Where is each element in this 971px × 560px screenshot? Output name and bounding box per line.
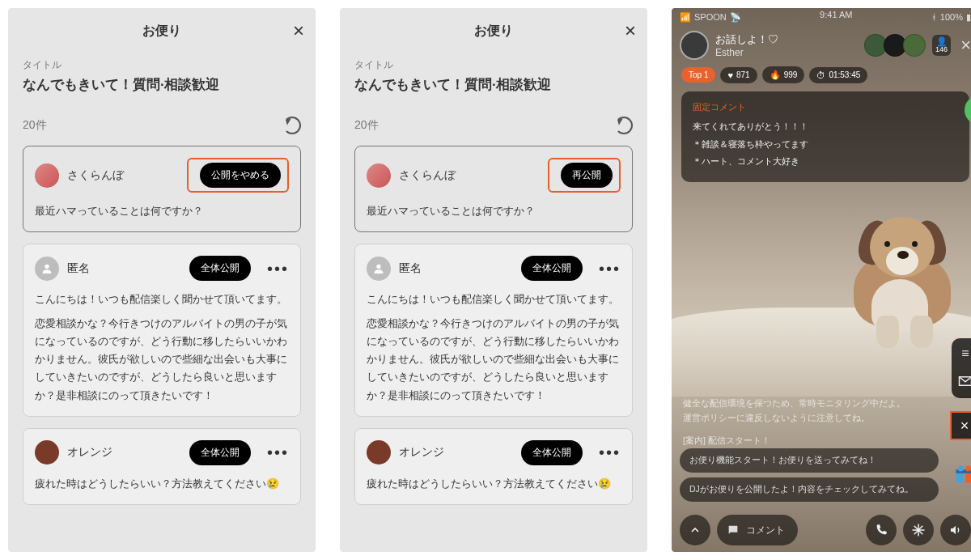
letter-card: 匿名 全体公開 ••• こんにちは！いつも配信楽しく聞かせて頂いてます。 恋愛相… (23, 244, 301, 417)
status-bar: 📶 SPOON 📡 9:41 AM ᚼ 100% ▮ (672, 8, 971, 24)
live-stats-row: Top 1 ♥ 871 🔥 999 ⏱ 01:53:45 (672, 66, 971, 83)
letter-card: さくらんぼ 公開をやめる 最近ハマっていることは何ですか？ (23, 146, 301, 232)
battery-icon: ▮ (966, 12, 971, 23)
publish-all-button[interactable]: 全体公開 (521, 256, 583, 281)
avatar (367, 257, 391, 281)
avatar (35, 257, 59, 281)
avatar (35, 163, 59, 188)
listener-avatars[interactable] (867, 34, 926, 57)
fire-icon: 🔥 (770, 70, 781, 80)
listener-avatar (903, 34, 926, 57)
letter-body: こんにちは！いつも配信楽しく聞かせて頂いてます。 恋愛相談かな？今行きつけのアル… (367, 291, 621, 405)
sender-name: オレンジ (67, 445, 181, 460)
more-icon[interactable]: ••• (267, 444, 289, 460)
title-label: タイトル (354, 58, 633, 72)
bottom-toolbar: コメント (672, 515, 971, 545)
menu-icon[interactable]: ≡ (961, 346, 969, 361)
highlighted-action: 再公開 (548, 158, 621, 193)
sender-name: 匿名 (399, 261, 513, 276)
letter-body: 疲れた時はどうしたらいい？方法教えてください😢 (367, 475, 621, 493)
refresh-icon[interactable] (615, 117, 633, 134)
publish-all-button[interactable]: 全体公開 (189, 440, 251, 465)
screen-live-room: 📶 SPOON 📡 9:41 AM ᚼ 100% ▮ お話しよ！♡ Esther… (672, 8, 971, 552)
duration-badge: ⏱ 01:53:45 (809, 67, 867, 83)
more-icon[interactable]: ••• (267, 261, 289, 277)
sender-name: さくらんぼ (67, 168, 179, 183)
sender-name: さくらんぼ (399, 168, 540, 183)
system-notice: 健全な配信環境を保つため、常時モニタリング中だよ。 運営ポリシーに違反しないよう… (683, 397, 939, 448)
listener-count-badge[interactable]: 👤 146 (932, 35, 951, 56)
battery-pct: 100% (940, 12, 963, 22)
svg-rect-3 (965, 473, 971, 483)
screen-letters-republish: お便り × タイトル なんでもきいて！質問·相談歓迎 20件 さくらんぼ 再公開… (340, 8, 647, 552)
letters-count: 20件 (23, 118, 47, 133)
avatar (35, 440, 59, 465)
mail-icon[interactable] (958, 375, 971, 390)
publish-all-button[interactable]: 全体公開 (521, 440, 583, 465)
republish-button[interactable]: 再公開 (561, 163, 613, 188)
chat-area: お便り機能スタート！お便りを送ってみてね！ DJがお便りを公開したよ！内容をチェ… (680, 448, 939, 502)
letter-card: 匿名 全体公開 ••• こんにちは！いつも配信楽しく聞かせて頂いてます。 恋愛相… (354, 244, 633, 417)
close-icon[interactable]: × (960, 35, 971, 56)
letter-card: さくらんぼ 再公開 最近ハマっていることは何ですか？ (354, 146, 633, 232)
sender-name: オレンジ (399, 445, 513, 460)
more-icon[interactable]: ••• (599, 261, 621, 277)
pinned-comment-box[interactable]: 固定コメント 来てくれてありがとう！！！ ＊雑談＆寝落ち枠やってます ＊ハート、… (681, 91, 969, 182)
letter-card: オレンジ 全体公開 ••• 疲れた時はどうしたらいい？方法教えてください😢 (354, 428, 633, 505)
hearts-badge[interactable]: ♥ 871 (720, 67, 757, 83)
comment-placeholder: コメント (746, 524, 785, 537)
avatar (367, 163, 391, 188)
letters-topic: なんでもきいて！質問·相談歓迎 (23, 75, 301, 94)
carrier-name: SPOON (694, 12, 727, 22)
background-image (672, 194, 971, 397)
bluetooth-icon: ᚼ (931, 12, 937, 22)
pinned-label: 固定コメント (693, 101, 958, 113)
letters-count: 20件 (354, 118, 379, 133)
header-title: お便り (142, 23, 181, 40)
gift-icon[interactable] (953, 463, 971, 486)
svg-point-0 (45, 264, 49, 268)
close-icon[interactable]: × (625, 21, 636, 40)
live-title: お話しよ！♡ (715, 32, 861, 47)
letters-header: お便り × (340, 8, 647, 53)
letter-card: オレンジ 全体公開 ••• 疲れた時はどうしたらいい？方法教えてください😢 (23, 428, 301, 505)
letters-header: お便り × (8, 8, 316, 53)
rank-badge[interactable]: Top 1 (681, 67, 715, 83)
dj-name: Esther (715, 47, 861, 58)
svg-point-5 (958, 466, 964, 472)
close-icon[interactable]: × (293, 21, 304, 40)
close-side-button[interactable]: × (950, 411, 971, 440)
status-time: 9:41 AM (820, 10, 852, 24)
comment-input[interactable]: コメント (717, 515, 798, 545)
svg-point-1 (376, 264, 380, 268)
svg-point-6 (965, 466, 971, 472)
svg-rect-2 (956, 473, 964, 483)
refresh-icon[interactable] (283, 117, 301, 134)
heart-icon: ♥ (727, 70, 733, 80)
sender-name: 匿名 (67, 261, 181, 276)
highlighted-action: 公開をやめる (187, 158, 289, 193)
header-title: お便り (474, 23, 513, 40)
wifi-icon: 📡 (730, 12, 741, 23)
signal-icon: 📶 (680, 12, 691, 23)
unpublish-button[interactable]: 公開をやめる (200, 163, 281, 188)
chat-bubble[interactable]: DJがお便りを公開したよ！内容をチェックしてみてね。 (680, 477, 939, 502)
live-header: お話しよ！♡ Esther 👤 146 × (672, 24, 971, 66)
sound-button[interactable] (940, 515, 971, 545)
chat-bubble[interactable]: お便り機能スタート！お便りを送ってみてね！ (680, 448, 939, 473)
freeze-button[interactable] (903, 515, 934, 545)
letter-body: 疲れた時はどうしたらいい？方法教えてください😢 (35, 475, 289, 493)
publish-all-button[interactable]: 全体公開 (189, 256, 251, 281)
call-button[interactable] (866, 515, 897, 545)
dj-avatar[interactable] (680, 31, 709, 60)
letter-body: 最近ハマっていることは何ですか？ (367, 202, 621, 220)
more-icon[interactable]: ••• (599, 444, 621, 460)
expand-button[interactable] (680, 515, 710, 545)
clock-icon: ⏱ (816, 70, 825, 80)
letter-body: 最近ハマっていることは何ですか？ (35, 202, 289, 220)
side-menu: ≡ (952, 338, 971, 398)
title-label: タイトル (23, 58, 301, 72)
fire-badge[interactable]: 🔥 999 (762, 66, 805, 83)
letter-body: こんにちは！いつも配信楽しく聞かせて頂いてます。 恋愛相談かな？今行きつけのアル… (35, 291, 289, 405)
avatar (367, 440, 391, 465)
